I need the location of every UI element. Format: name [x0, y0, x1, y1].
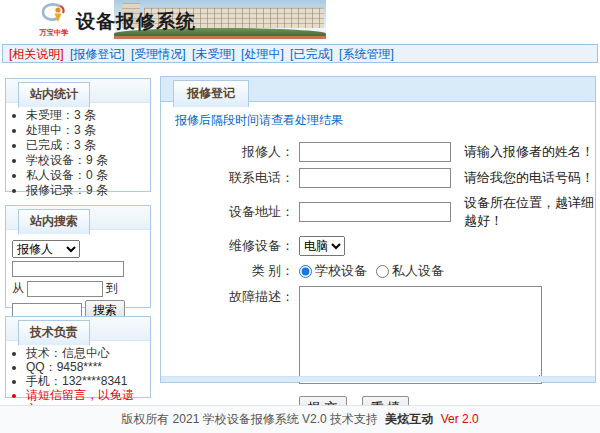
stat-item-unaccepted: 未受理：3 条	[26, 108, 148, 123]
stat-item-processing: 处理中：3 条	[26, 123, 148, 138]
stat-item-private-devices: 私人设备：0 条	[26, 168, 148, 183]
nav-item-processing[interactable]: [处理中]	[241, 47, 284, 61]
footer-company: 美炫互动	[385, 412, 433, 426]
reporter-input[interactable]	[299, 142, 451, 162]
search-form: 报修人 从 到 搜索	[6, 230, 150, 321]
category-option-private[interactable]: 私人设备	[376, 262, 444, 280]
nav-item-repair-register[interactable]: [报修登记]	[70, 47, 125, 61]
photo-track	[114, 36, 326, 39]
nav-item-completed[interactable]: [已完成]	[290, 47, 333, 61]
repair-register-header: 报修登记	[161, 77, 595, 102]
category-option-school[interactable]: 学校设备	[299, 262, 367, 280]
nav-item-related-info[interactable]: [相关说明]	[9, 47, 64, 61]
stats-panel: 站内统计 未受理：3 条 处理中：3 条 已完成：3 条 学校设备：9 条 私人…	[5, 78, 151, 192]
stat-item-repair-records: 报修记录：9 条	[26, 183, 148, 198]
search-panel: 站内搜索 报修人 从 到 搜索	[5, 205, 151, 308]
app-window: 万宝中学 设备报修系统 [相关说明] [报修登记] [受理情况] [未受理] […	[0, 0, 600, 433]
search-keyword-input[interactable]	[12, 261, 124, 277]
form-hint: 报修后隔段时间请查看处理结果	[175, 112, 595, 129]
category-option-school-label: 学校设备	[315, 262, 367, 280]
category-label: 类 别：	[175, 262, 299, 280]
search-panel-title: 站内搜索	[18, 209, 90, 235]
repair-register-panel: 报修登记 报修后隔段时间请查看处理结果 报修人： 请输入报修者的姓名！ 联系电话…	[160, 76, 596, 383]
footer-copyright: 版权所有 2021 学校设备报修系统 V2.0 技术支持	[121, 412, 378, 426]
device-select[interactable]: 电脑	[299, 236, 345, 256]
address-hint: 设备所在位置，越详细越好！	[464, 194, 595, 230]
radio-school-device[interactable]	[299, 265, 312, 278]
tech-item-department: 技术：信息中心	[26, 346, 148, 360]
search-panel-header: 站内搜索	[6, 206, 150, 230]
search-from-input[interactable]	[27, 281, 103, 297]
school-logo: 万宝中学	[26, 2, 82, 38]
device-label: 维修设备：	[175, 237, 299, 255]
nav-item-acceptance-status[interactable]: [受理情况]	[131, 47, 186, 61]
page-title: 设备报修系统	[76, 9, 196, 35]
phone-hint: 请给我您的电话号码！	[464, 169, 594, 187]
school-name: 万宝中学	[29, 28, 79, 38]
tech-panel-header: 技术负责	[6, 317, 150, 341]
stats-list: 未受理：3 条 处理中：3 条 已完成：3 条 学校设备：9 条 私人设备：0 …	[6, 103, 150, 198]
radio-private-device[interactable]	[376, 265, 389, 278]
footer: 版权所有 2021 学校设备报修系统 V2.0 技术支持 美炫互动 Ver 2.…	[0, 405, 600, 433]
reporter-hint: 请输入报修者的姓名！	[464, 143, 594, 161]
tab-repair-register[interactable]: 报修登记	[173, 80, 249, 107]
nav-item-unaccepted[interactable]: [未受理]	[192, 47, 235, 61]
stat-item-school-devices: 学校设备：9 条	[26, 153, 148, 168]
header: 万宝中学 设备报修系统	[0, 0, 600, 40]
stat-item-completed: 已完成：3 条	[26, 138, 148, 153]
tech-panel-title: 技术负责	[18, 320, 90, 346]
category-option-private-label: 私人设备	[392, 262, 444, 280]
search-to-label: 到	[106, 280, 118, 297]
stats-panel-header: 站内统计	[6, 79, 150, 103]
panel-bottom-strip	[161, 376, 595, 382]
main-nav: [相关说明] [报修登记] [受理情况] [未受理] [处理中] [已完成] […	[2, 44, 598, 63]
description-label: 故障描述：	[175, 286, 299, 306]
search-from-label: 从	[12, 280, 24, 297]
repair-register-form: 报修后隔段时间请查看处理结果 报修人： 请输入报修者的姓名！ 联系电话： 请给我…	[161, 102, 595, 420]
phone-label: 联系电话：	[175, 169, 299, 187]
address-input[interactable]	[299, 202, 451, 222]
footer-version: Ver 2.0	[441, 412, 479, 426]
tech-panel: 技术负责 技术：信息中心 QQ：9458**** 手机：132****8341 …	[5, 316, 151, 398]
reporter-label: 报修人：	[175, 143, 299, 161]
address-label: 设备地址：	[175, 203, 299, 221]
fault-description-textarea[interactable]	[299, 286, 542, 384]
tech-item-phone: 手机：132****8341	[26, 374, 148, 388]
phone-input[interactable]	[299, 168, 451, 188]
stats-panel-title: 站内统计	[18, 82, 90, 108]
school-logo-icon	[38, 2, 70, 24]
tech-item-qq: QQ：9458****	[26, 360, 148, 374]
nav-item-system-admin[interactable]: [系统管理]	[339, 47, 394, 61]
search-type-select[interactable]: 报修人	[12, 240, 80, 258]
